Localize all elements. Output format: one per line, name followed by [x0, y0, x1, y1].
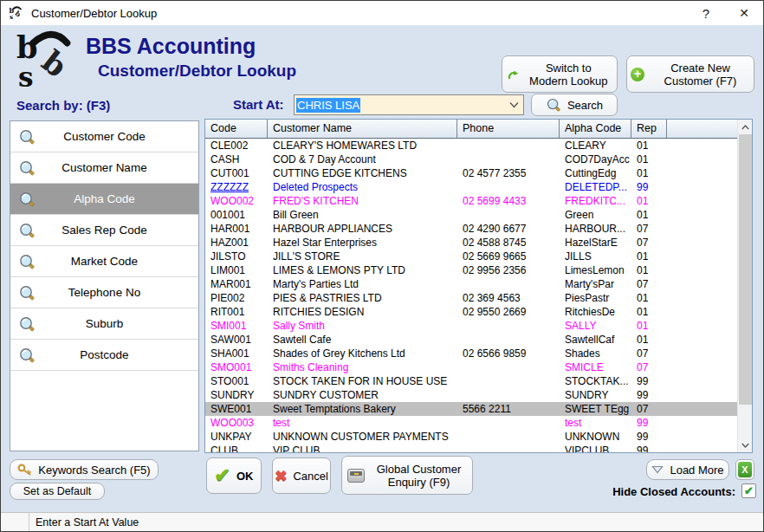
set-as-default-button[interactable]: Set as Default	[10, 483, 105, 500]
svg-text:b: b	[16, 29, 38, 65]
create-new-customer-button[interactable]: + Create New Customer (F7)	[626, 55, 754, 93]
plus-icon: +	[631, 68, 644, 81]
cell-code: UNKPAY	[205, 430, 268, 444]
cell-filler	[667, 236, 737, 250]
table-row[interactable]: HAR001HARBOUR APPLIANCES02 4290 6677HARB…	[205, 222, 737, 236]
cell-alpha-code: PiesPastr	[560, 291, 631, 305]
table-row[interactable]: ZZZZZZDeleted ProspectsDELETEDP...99	[205, 180, 737, 194]
chevron-down-icon[interactable]	[509, 101, 519, 108]
search-by-postcode[interactable]: Postcode	[10, 340, 198, 371]
cell-phone	[457, 333, 560, 347]
customer-debtor-lookup-dialog: b b s Customer/Debtor Lookup ? ✕ b b s B…	[0, 0, 764, 532]
table-row[interactable]: STO001STOCK TAKEN FOR IN HOUSE USESTOCKT…	[205, 374, 737, 388]
table-row[interactable]: SAW001Sawtell CafeSawtellCaf01	[205, 333, 737, 347]
cell-alpha-code: HARBOUR...	[560, 222, 631, 236]
scroll-up-icon[interactable]	[738, 120, 753, 134]
cell-name: HARBOUR APPLIANCES	[268, 222, 457, 236]
cancel-button[interactable]: ✖ Cancel	[272, 457, 331, 494]
cell-filler	[667, 360, 737, 374]
cell-rep: 99	[631, 430, 667, 444]
bbs-logo: b b s	[15, 29, 82, 91]
cell-alpha-code: COD7DayAcc	[560, 152, 631, 166]
cell-phone: 02 9550 2669	[457, 305, 560, 319]
table-row[interactable]: WOO003testtest99	[205, 416, 737, 430]
table-row[interactable]: RIT001RITCHIES DESIGN02 9550 2669Ritchie…	[205, 305, 737, 319]
table-row[interactable]: CASHCOD & 7 Day AccountCOD7DayAcc01	[205, 152, 737, 166]
table-row[interactable]: SHA001Shades of Grey Kitchens Ltd02 6566…	[205, 347, 737, 360]
export-excel-button[interactable]: X	[735, 459, 754, 480]
search-button-label: Search	[567, 99, 603, 112]
search-by-suburb[interactable]: Suburb	[10, 308, 198, 340]
cell-name: SUNDRY CUSTOMER	[268, 388, 457, 402]
cell-filler	[667, 416, 737, 430]
column-header-code[interactable]: Code	[205, 120, 268, 138]
hide-closed-accounts-checkbox[interactable]: ✔	[741, 483, 756, 498]
cell-name: CUTTING EDGE KITCHENS	[268, 166, 457, 180]
table-row[interactable]: JILSTOJILL'S STORE02 5669 9665JILLS01	[205, 250, 737, 263]
table-row[interactable]: CUT001CUTTING EDGE KITCHENS02 4577 2355C…	[205, 166, 737, 180]
magnifier-icon	[546, 97, 561, 113]
table-row[interactable]: LIM001LIMES & LEMONS PTY LTD02 9956 2356…	[205, 263, 737, 277]
cell-phone: 02 4588 8745	[457, 236, 560, 250]
keywords-search-button[interactable]: Keywords Search (F5)	[10, 459, 159, 480]
start-at-value: CHRIS LISA	[296, 98, 360, 113]
table-row[interactable]: MAR001Marty's Parties LtdMarty'sPar07	[205, 277, 737, 291]
table-row[interactable]: CLUBVIP CLUBVIPCLUB99	[205, 444, 737, 452]
cell-filler	[667, 222, 737, 236]
cell-name: Sweet Temptations Bakery	[268, 402, 457, 416]
column-header-alpha-code[interactable]: Alpha Code	[560, 120, 631, 138]
cell-filler	[667, 208, 737, 222]
table-row[interactable]: SUNDRYSUNDRY CUSTOMERSUNDRY99	[205, 388, 737, 402]
cell-alpha-code: JILLS	[560, 250, 631, 263]
scrollbar-thumb[interactable]	[739, 134, 752, 405]
cell-name: RITCHIES DESIGN	[268, 305, 457, 319]
bbs-app-icon: b b s	[9, 5, 24, 21]
cell-phone	[457, 152, 560, 166]
table-row[interactable]: HAZ001Hazel Star Enterprises02 4588 8745…	[205, 236, 737, 250]
search-by-customer-name[interactable]: Customer Name	[10, 152, 198, 184]
cell-name: VIP CLUB	[268, 444, 457, 452]
cell-alpha-code: SawtellCaf	[560, 333, 631, 347]
table-row[interactable]: UNKPAYUNKNOWN CUSTOMER PAYMENTSUNKNOWN99	[205, 430, 737, 444]
table-row[interactable]: SWE001Sweet Temptations Bakery5566 2211S…	[205, 402, 737, 416]
table-row[interactable]: 001001Bill GreenGreen01	[205, 208, 737, 222]
cell-alpha-code: SUNDRY	[560, 388, 631, 402]
search-by-sales-rep-code[interactable]: Sales Rep Code	[10, 215, 198, 246]
start-at-combobox[interactable]: CHRIS LISA	[294, 94, 524, 115]
scroll-down-icon[interactable]	[738, 438, 753, 452]
cell-filler	[667, 402, 737, 416]
search-by-telephone-no[interactable]: Telephone No	[10, 277, 198, 308]
cell-code: SUNDRY	[205, 388, 268, 402]
search-by-customer-code[interactable]: Customer Code	[10, 121, 198, 152]
ok-button[interactable]: ✔ OK	[206, 457, 262, 494]
cell-name: Hazel Star Enterprises	[268, 236, 457, 250]
table-row[interactable]: SMI001Sally SmithSALLY01	[205, 319, 737, 333]
search-by-option-label: Sales Rep Code	[62, 224, 146, 237]
table-row[interactable]: WOO002FRED'S KITCHEN02 5699 4433FREDKITC…	[205, 194, 737, 208]
table-row[interactable]: PIE002PIES & PASTRIES LTD02 369 4563Pies…	[205, 291, 737, 305]
cell-alpha-code: CuttingEdg	[560, 166, 631, 180]
column-header-rep[interactable]: Rep	[631, 120, 667, 138]
table-row[interactable]: CLE002CLEARY'S HOMEWARES LTDCLEARY01	[205, 139, 737, 152]
load-more-button[interactable]: Load More	[646, 459, 729, 480]
drawer-icon	[347, 469, 365, 483]
cell-rep: 01	[631, 291, 667, 305]
cell-phone	[457, 416, 560, 430]
close-button[interactable]: ✕	[725, 1, 763, 25]
switch-to-modern-lookup-button[interactable]: Switch to Modern Lookup	[502, 55, 618, 93]
help-button[interactable]: ?	[687, 1, 725, 25]
table-row[interactable]: SMO001Smiths CleaningSMICLE07	[205, 360, 737, 374]
vertical-scrollbar[interactable]	[737, 120, 752, 452]
cell-rep: 01	[631, 250, 667, 263]
search-button[interactable]: Search	[531, 94, 618, 116]
column-header-phone[interactable]: Phone	[457, 120, 560, 138]
magnifier-icon	[18, 191, 36, 208]
search-by-market-code[interactable]: Market Code	[10, 246, 198, 277]
cell-rep: 01	[631, 333, 667, 347]
table-header: CodeCustomer NamePhoneAlpha CodeRep	[205, 120, 737, 139]
search-by-alpha-code[interactable]: Alpha Code	[10, 184, 198, 215]
global-customer-enquiry-button[interactable]: Global Customer Enquiry (F9)	[341, 456, 473, 495]
column-header-customer-name[interactable]: Customer Name	[268, 120, 457, 138]
search-by-list: Customer Code Customer Name Alpha Code S…	[10, 120, 199, 451]
search-by-option-label: Market Code	[71, 255, 138, 268]
